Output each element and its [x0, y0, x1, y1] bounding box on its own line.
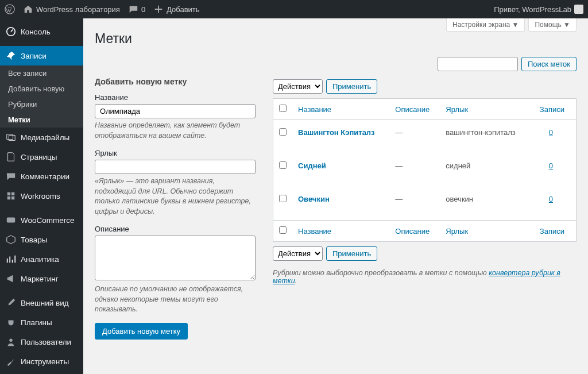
- brush-icon: [6, 298, 16, 308]
- col-desc[interactable]: Описание: [389, 99, 440, 120]
- submit-button[interactable]: Добавить новую метку: [95, 323, 188, 340]
- name-label: Название: [95, 93, 256, 102]
- select-all-bottom[interactable]: [279, 226, 287, 234]
- comments-count: 0: [141, 5, 145, 14]
- name-desc: Название определяет, как элемент будет о…: [95, 121, 256, 141]
- slug-desc: «Ярлык» — это вариант названия, подходящ…: [95, 176, 256, 217]
- row-checkbox[interactable]: [279, 195, 287, 202]
- plus-icon: [153, 4, 164, 14]
- media-icon: [6, 132, 16, 142]
- table-row: Сидней — сидней 0: [273, 153, 576, 187]
- menu-media[interactable]: Медиафайлы: [0, 128, 83, 147]
- row-checkbox[interactable]: [279, 128, 287, 136]
- chart-icon: [6, 254, 16, 264]
- avatar: [574, 5, 583, 14]
- tag-posts-count[interactable]: 0: [549, 128, 564, 137]
- svg-rect-6: [7, 218, 15, 223]
- submenu-tags[interactable]: Метки: [0, 112, 83, 128]
- megaphone-icon: [6, 273, 16, 284]
- admin-toolbar: WordPress лаборатория 0 Добавить Привет,…: [0, 0, 588, 18]
- site-name-text: WordPress лаборатория: [36, 5, 120, 14]
- description-desc: Описание по умолчанию не отображается, о…: [95, 284, 256, 315]
- submenu-categories[interactable]: Рубрики: [0, 97, 83, 112]
- menu-appearance[interactable]: Внешний вид: [0, 293, 83, 313]
- product-icon: [6, 234, 16, 245]
- menu-analytics[interactable]: Аналитика: [0, 249, 83, 269]
- converter-note: Рубрики можно выборочно преобразовать в …: [273, 269, 577, 285]
- menu-woocommerce[interactable]: WooCommerce: [0, 210, 83, 230]
- col-slug[interactable]: Ярлык: [440, 99, 529, 120]
- svg-rect-2: [7, 192, 10, 195]
- tag-name-link[interactable]: Вашингтон Кэпиталз: [298, 128, 375, 137]
- svg-rect-5: [11, 196, 14, 199]
- svg-rect-4: [7, 196, 10, 199]
- woo-icon: [6, 215, 16, 225]
- bulk-actions-select-bottom[interactable]: Действия: [273, 246, 323, 261]
- menu-products[interactable]: Товары: [0, 230, 83, 249]
- page-title: Метки: [95, 31, 577, 47]
- col-posts[interactable]: Записи: [529, 99, 576, 120]
- workrooms-icon: [6, 191, 16, 201]
- users-icon: [6, 337, 16, 347]
- tag-desc: —: [389, 187, 440, 220]
- greeting-text: Привет, WordPressLab: [494, 5, 571, 14]
- search-input[interactable]: [438, 57, 518, 71]
- add-new-text: Добавить: [167, 5, 199, 14]
- tag-slug-input[interactable]: [95, 160, 256, 174]
- site-name-link[interactable]: WordPress лаборатория: [23, 4, 120, 14]
- table-row: Овечкин — овечкин 0: [273, 187, 576, 220]
- tag-desc: —: [389, 120, 440, 153]
- menu-marketing[interactable]: Маркетинг: [0, 269, 83, 288]
- apply-button-top[interactable]: Применить: [326, 79, 377, 94]
- user-greeting[interactable]: Привет, WordPressLab: [494, 5, 583, 14]
- comment-icon: [128, 4, 138, 14]
- comments-link[interactable]: 0: [128, 4, 145, 14]
- select-all-top[interactable]: [279, 105, 287, 112]
- comment-icon: [6, 171, 16, 182]
- search-button[interactable]: Поиск меток: [521, 57, 577, 71]
- svg-point-7: [9, 339, 12, 342]
- submenu-all-posts[interactable]: Все записи: [0, 65, 83, 81]
- menu-settings[interactable]: Настройки: [0, 371, 83, 374]
- help-tab[interactable]: Помощь ▼: [528, 18, 577, 32]
- page-icon: [6, 152, 16, 162]
- menu-comments[interactable]: Комментарии: [0, 167, 83, 186]
- tag-slug: сидней: [440, 153, 529, 187]
- menu-workrooms[interactable]: Workrooms: [0, 186, 83, 206]
- tag-posts-count[interactable]: 0: [549, 195, 564, 203]
- bulk-actions-select-top[interactable]: Действия: [273, 79, 323, 94]
- row-checkbox[interactable]: [279, 161, 287, 169]
- tag-description-input[interactable]: [95, 236, 256, 280]
- description-label: Описание: [95, 225, 256, 233]
- submenu-posts: Все записи Добавить новую Рубрики Метки: [0, 65, 83, 128]
- menu-pages[interactable]: Страницы: [0, 147, 83, 167]
- plugin-icon: [6, 317, 16, 327]
- table-row: Вашингтон Кэпиталз — вашингтон-кэпиталз …: [273, 120, 576, 153]
- tag-name-input[interactable]: [95, 104, 256, 118]
- col-name[interactable]: Название: [292, 99, 389, 120]
- menu-plugins[interactable]: Плагины: [0, 313, 83, 332]
- menu-tools[interactable]: Инструменты: [0, 352, 83, 371]
- screen-options-tab[interactable]: Настройки экрана ▼: [446, 18, 525, 32]
- slug-label: Ярлык: [95, 149, 256, 157]
- tag-name-link[interactable]: Овечкин: [298, 195, 330, 203]
- submenu-add-new[interactable]: Добавить новую: [0, 81, 83, 97]
- wordpress-icon: [5, 4, 15, 14]
- tags-table: Название Описание Ярлык Записи Вашингтон…: [273, 98, 577, 242]
- wp-logo-menu[interactable]: [5, 4, 15, 14]
- tag-slug: овечкин: [440, 187, 529, 220]
- tag-posts-count[interactable]: 0: [549, 161, 564, 170]
- dashboard-icon: [6, 26, 16, 37]
- tag-slug: вашингтон-кэпиталз: [440, 120, 529, 153]
- form-heading: Добавить новую метку: [95, 77, 256, 86]
- admin-menu: Консоль Записи Все записи Добавить новую…: [0, 18, 83, 374]
- svg-rect-3: [11, 192, 14, 195]
- tag-name-link[interactable]: Сидней: [298, 161, 326, 170]
- menu-posts[interactable]: Записи: [0, 46, 83, 65]
- home-icon: [23, 4, 33, 14]
- add-new-link[interactable]: Добавить: [153, 4, 199, 14]
- tag-desc: —: [389, 153, 440, 187]
- menu-dashboard[interactable]: Консоль: [0, 22, 83, 41]
- menu-users[interactable]: Пользователи: [0, 332, 83, 352]
- apply-button-bottom[interactable]: Применить: [326, 246, 377, 261]
